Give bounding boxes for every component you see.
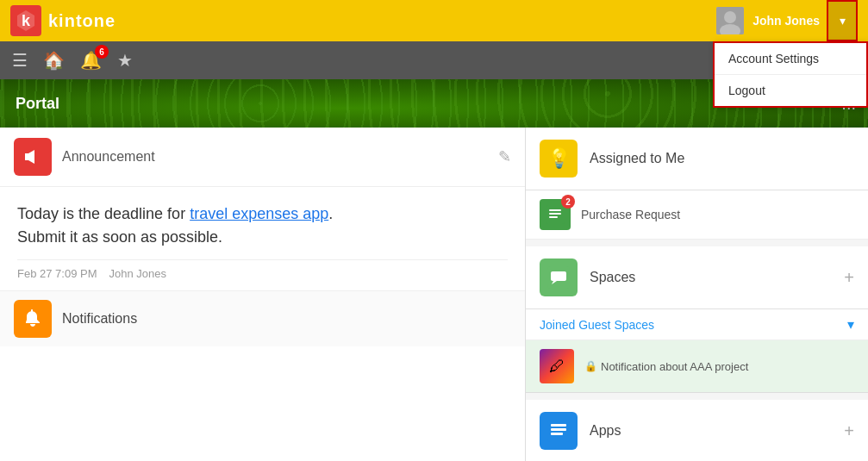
spaces-chat-icon — [547, 266, 570, 289]
aaa-project-label: 🔒 Notification about AAA project — [584, 360, 748, 373]
hamburger-menu-icon[interactable]: ☰ — [12, 50, 28, 71]
user-menu-button[interactable]: John Jones — [709, 3, 827, 38]
bell-icon — [22, 308, 43, 329]
announcement-link[interactable]: travel expenses app — [190, 205, 328, 222]
megaphone-icon — [22, 146, 43, 167]
announcement-text: Today is the deadline for travel expense… — [17, 202, 508, 249]
svg-rect-16 — [551, 424, 566, 427]
apps-section: Apps + — [526, 400, 868, 461]
assigned-to-me-title: Assigned to Me — [590, 151, 854, 166]
svg-rect-10 — [549, 213, 561, 215]
announcement-meta: Feb 27 7:09 PM John Jones — [17, 259, 508, 280]
announcement-date: Feb 27 7:09 PM — [17, 267, 97, 280]
header: k kintone John Jones ▾ Account Settings … — [0, 0, 868, 41]
announcement-edit-icon[interactable]: ✎ — [498, 147, 511, 166]
purchase-request-app-icon — [546, 205, 565, 224]
aaa-project-icon: 🖊 — [540, 349, 574, 383]
announcement-body-line2: . — [328, 205, 333, 222]
announcement-body-line3: Submit it as soon as possible. — [17, 228, 222, 246]
notification-badge: 6 — [95, 45, 109, 59]
right-panel: 💡 Assigned to Me 2 Purchase Request — [526, 128, 868, 461]
announcement-section-header: Announcement ✎ — [0, 128, 525, 187]
joined-guest-spaces-chevron-icon: ▾ — [847, 316, 854, 333]
user-name-label: John Jones — [752, 14, 820, 28]
home-icon[interactable]: 🏠 — [43, 50, 65, 71]
user-dropdown-button[interactable]: ▾ — [827, 0, 858, 41]
portal-title: Portal — [16, 95, 59, 113]
logo-area: k kintone — [10, 5, 116, 36]
joined-guest-spaces-header[interactable]: Joined Guest Spaces ▾ — [526, 309, 868, 340]
avatar-image — [716, 7, 744, 34]
announcement-title: Announcement — [62, 149, 488, 165]
apps-section-header: Apps + — [526, 400, 868, 461]
purchase-request-item[interactable]: 2 Purchase Request — [526, 190, 868, 240]
announcement-body: Today is the deadline for travel expense… — [0, 187, 525, 290]
svg-rect-17 — [551, 428, 566, 431]
logo-text: kintone — [48, 11, 116, 31]
aaa-project-text: Notification about AAA project — [601, 360, 748, 373]
announcement-author: John Jones — [109, 267, 167, 280]
spaces-title: Spaces — [590, 270, 832, 285]
purchase-request-icon: 2 — [540, 199, 571, 230]
spaces-section-header: Spaces + — [526, 246, 868, 309]
spaces-section: Spaces + Joined Guest Spaces ▾ 🖊 🔒 Notif… — [526, 246, 868, 393]
svg-rect-18 — [551, 433, 563, 435]
notification-icon[interactable]: 🔔 6 — [80, 50, 102, 71]
notifications-title: Notifications — [62, 311, 511, 327]
joined-guest-spaces-label: Joined Guest Spaces — [540, 318, 847, 332]
notifications-icon — [14, 300, 52, 338]
main-content: Announcement ✎ Today is the deadline for… — [0, 128, 868, 461]
svg-text:k: k — [22, 12, 31, 29]
announcement-icon — [14, 138, 52, 176]
svg-rect-9 — [549, 209, 561, 211]
kintone-logo-icon: k — [10, 5, 41, 36]
announcement-body-line1: Today is the deadline for — [17, 205, 190, 222]
purchase-request-label: Purchase Request — [581, 208, 680, 221]
apps-icon — [540, 412, 578, 450]
account-settings-menu-item[interactable]: Account Settings — [715, 43, 866, 75]
svg-rect-11 — [549, 216, 558, 218]
user-dropdown-menu: Account Settings Logout — [713, 41, 868, 108]
notifications-section-header[interactable]: Notifications — [0, 290, 525, 346]
purchase-request-badge: 2 — [561, 195, 575, 209]
aaa-project-space-item[interactable]: 🖊 🔒 Notification about AAA project — [526, 340, 868, 393]
header-right: John Jones ▾ — [709, 0, 858, 41]
logout-menu-item[interactable]: Logout — [715, 75, 866, 106]
svg-rect-7 — [25, 154, 28, 159]
svg-rect-13 — [551, 271, 566, 281]
favorites-icon[interactable]: ★ — [117, 50, 133, 71]
spaces-add-icon[interactable]: + — [844, 268, 854, 288]
avatar — [716, 7, 744, 34]
left-panel: Announcement ✎ Today is the deadline for… — [0, 128, 526, 461]
apps-title: Apps — [590, 423, 832, 439]
svg-point-4 — [724, 11, 736, 23]
assigned-to-me-section-header: 💡 Assigned to Me — [526, 128, 868, 190]
apps-grid-icon — [547, 420, 570, 442]
spaces-icon — [540, 259, 578, 296]
apps-add-icon[interactable]: + — [844, 421, 854, 441]
assigned-to-me-icon: 💡 — [540, 140, 578, 178]
lock-icon: 🔒 — [584, 360, 597, 372]
